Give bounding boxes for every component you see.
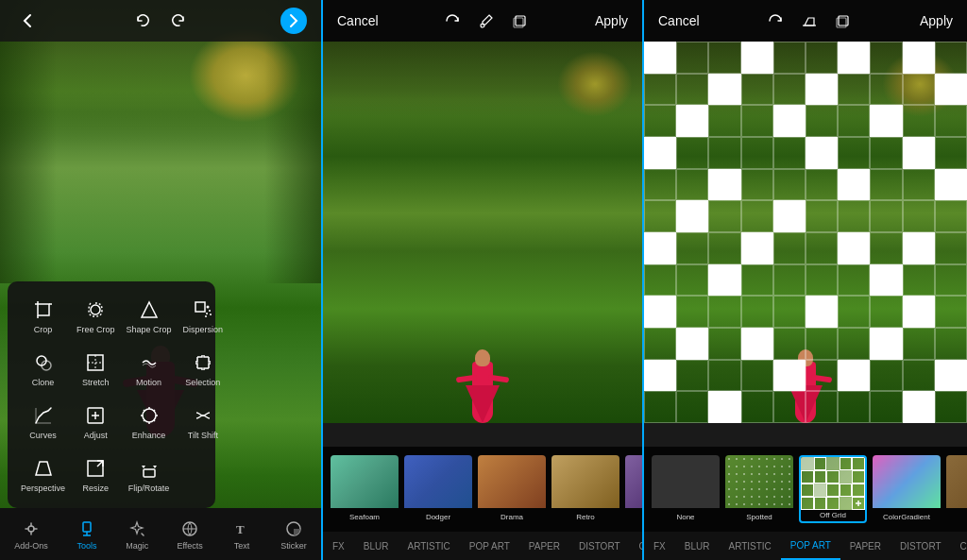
holga1-label: Holga 1 xyxy=(946,513,967,521)
panel2-tab-fx[interactable]: FX xyxy=(323,532,354,560)
panel3-tab-blur[interactable]: BLUR xyxy=(675,532,720,560)
grid-cell xyxy=(773,328,806,360)
panel2-tab-more[interactable]: C... xyxy=(630,532,644,560)
nav-addons[interactable]: Add-Ons xyxy=(7,515,56,554)
tool-free-crop[interactable]: Free Crop xyxy=(73,291,119,340)
tilt-shift-icon xyxy=(190,402,216,429)
crop-icon xyxy=(30,297,57,323)
tool-enhance[interactable]: Enhance xyxy=(123,397,176,446)
panel3-topbar: Cancel Apply xyxy=(644,0,967,42)
panel3-tab-artistic[interactable]: ARTISTIC xyxy=(719,532,780,560)
tools-menu: Crop Free Crop Shape Crop xyxy=(8,281,215,508)
forward-button[interactable] xyxy=(280,8,307,34)
drama-label: Drama xyxy=(478,513,546,521)
grid-cell xyxy=(741,328,773,360)
trees-left-overlay xyxy=(0,0,57,283)
offgrid-label: Off Grid xyxy=(801,511,865,519)
panel3-tab-popart[interactable]: POP ART xyxy=(781,532,840,560)
tool-perspective[interactable]: Perspective xyxy=(17,450,69,499)
sticker-icon xyxy=(283,518,304,539)
tool-selection[interactable]: Selection xyxy=(179,344,228,393)
grid-cell xyxy=(644,232,676,264)
addons-label: Add-Ons xyxy=(14,541,48,551)
panel2-layers-icon[interactable] xyxy=(512,12,529,29)
filter-thumb-retro[interactable]: Retro xyxy=(551,455,619,523)
enhance-icon xyxy=(136,402,162,429)
filter-thumb-drama[interactable]: Drama xyxy=(478,455,546,523)
panel2-apply-button[interactable]: Apply xyxy=(595,13,628,28)
filter-thumb-offgrid[interactable]: Off Grid xyxy=(799,455,867,523)
nav-effects[interactable]: Effects xyxy=(169,515,210,554)
grid-cell xyxy=(676,360,708,392)
grid-cell xyxy=(903,232,935,264)
undo-button[interactable] xyxy=(134,12,151,29)
flip-rotate-icon xyxy=(136,455,162,482)
filter-thumb-colorgradient[interactable]: ColorGradient xyxy=(873,455,941,523)
drama-preview xyxy=(478,455,546,508)
panel3-tab-paper[interactable]: PAPER xyxy=(840,532,891,560)
filter-thumb-dodger[interactable]: Dodger xyxy=(404,455,472,523)
panel3-tab-more[interactable]: C... xyxy=(951,532,967,560)
grid-cell xyxy=(903,200,935,232)
tools-label: Tools xyxy=(76,541,96,551)
panel2-tab-blur[interactable]: BLUR xyxy=(354,532,399,560)
panel3-eraser-icon[interactable] xyxy=(801,12,818,29)
nav-tools[interactable]: Tools xyxy=(69,515,105,554)
grid-cell xyxy=(806,232,838,264)
svg-rect-33 xyxy=(144,469,155,477)
panel3-tab-distort[interactable]: DISTORT xyxy=(891,532,951,560)
nav-sticker[interactable]: Sticker xyxy=(273,515,314,554)
panel-2: Cancel Apply Seafoam Dodger Drama xyxy=(321,0,644,560)
grid-cell xyxy=(676,232,708,264)
panel2-tab-popart[interactable]: POP ART xyxy=(460,532,519,560)
grid-cell xyxy=(935,200,967,232)
panel3-apply-button[interactable]: Apply xyxy=(920,13,953,28)
none-label: None xyxy=(652,513,720,521)
grid-cell xyxy=(773,105,806,137)
grid-cell xyxy=(741,232,773,264)
panel3-rotate-icon[interactable] xyxy=(767,12,784,29)
tool-crop[interactable]: Crop xyxy=(17,291,69,340)
filter-thumb-none[interactable]: None xyxy=(652,455,720,523)
panel2-brush-icon[interactable] xyxy=(478,12,495,29)
filter-thumb-holga1[interactable]: Holga 1 xyxy=(946,455,967,523)
holga1-preview xyxy=(946,455,967,508)
selection-icon xyxy=(190,349,216,376)
grid-cell xyxy=(644,391,676,423)
tool-adjust[interactable]: Adjust xyxy=(73,397,119,446)
tool-flip-rotate[interactable]: Flip/Rotate xyxy=(123,450,176,499)
filter-thumb-seafoam[interactable]: Seafoam xyxy=(331,455,399,523)
tool-resize[interactable]: Resize xyxy=(73,450,119,499)
tool-curves[interactable]: Curves xyxy=(17,397,69,446)
tool-motion[interactable]: Motion xyxy=(123,344,176,393)
filter-thumb-cinerama[interactable]: Cinerama xyxy=(625,455,642,523)
tool-stretch[interactable]: Stretch xyxy=(73,344,119,393)
panel3-tab-fx[interactable]: FX xyxy=(644,532,675,560)
back-button[interactable] xyxy=(14,8,41,34)
tool-dispersion[interactable]: Dispersion xyxy=(179,291,228,340)
tool-shape-crop[interactable]: Shape Crop xyxy=(123,291,176,340)
nav-magic[interactable]: Magic xyxy=(118,515,156,554)
tool-tilt-shift[interactable]: Tilt Shift xyxy=(179,397,228,446)
stretch-label: Stretch xyxy=(82,378,110,387)
panel2-tab-distort[interactable]: DISTORT xyxy=(569,532,630,560)
panel2-cancel-button[interactable]: Cancel xyxy=(337,13,379,28)
grid-cell xyxy=(741,42,773,74)
grid-cell xyxy=(708,200,740,232)
grid-cell xyxy=(903,264,935,297)
panel3-layers-icon[interactable] xyxy=(835,12,852,29)
nav-text[interactable]: T Text xyxy=(224,515,260,554)
redo-button[interactable] xyxy=(170,12,187,29)
panel2-tab-paper[interactable]: PAPER xyxy=(519,532,569,560)
perspective-icon xyxy=(30,455,57,482)
tool-clone[interactable]: Clone xyxy=(17,344,69,393)
grid-cell xyxy=(708,105,740,137)
grid-cell xyxy=(676,42,708,74)
filter-thumb-spotted[interactable]: Spotted xyxy=(725,455,793,523)
grid-cell xyxy=(644,137,676,169)
grid-cell xyxy=(676,328,708,360)
svg-line-27 xyxy=(144,410,145,412)
panel2-rotate-icon[interactable] xyxy=(444,12,461,29)
panel2-tab-artistic[interactable]: ARTISTIC xyxy=(398,532,459,560)
panel3-cancel-button[interactable]: Cancel xyxy=(658,13,700,28)
